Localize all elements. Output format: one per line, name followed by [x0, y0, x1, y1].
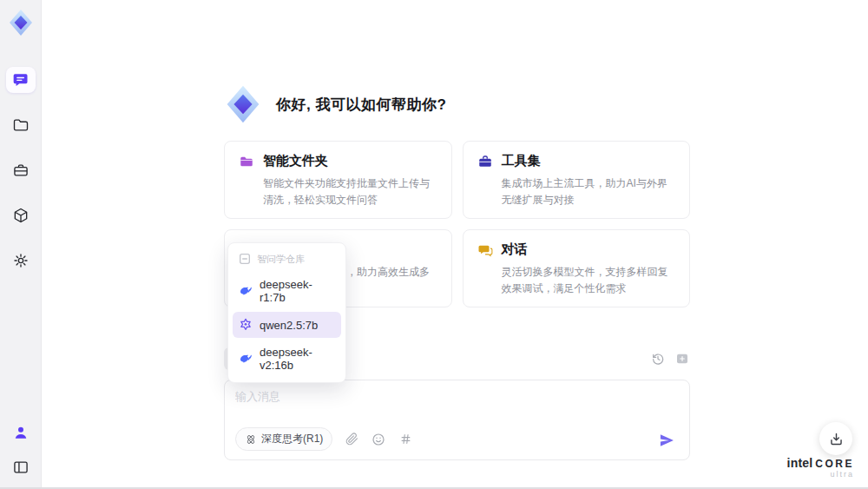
model-dropdown-header: 智问学仓库	[233, 248, 341, 270]
capture-button[interactable]	[674, 351, 690, 367]
attach-button[interactable]	[344, 432, 359, 447]
core-logo-text: CORE	[815, 459, 854, 469]
download-icon	[828, 431, 845, 447]
app-logo-icon	[6, 8, 36, 37]
history-button[interactable]	[650, 351, 666, 367]
card-dialogue[interactable]: 对话 灵活切换多模型文件，支持多样回复效果调试，满足个性化需求	[463, 229, 691, 307]
send-icon	[658, 432, 675, 449]
download-button[interactable]	[819, 422, 852, 455]
sidebar-bottom	[6, 420, 36, 480]
card-title: 对话	[502, 241, 528, 258]
repo-icon	[238, 252, 252, 266]
ultra-logo-text: ultra	[787, 471, 854, 479]
card-desc: 智能文件夹功能支持批量文件上传与清洗，轻松实现文件问答	[263, 175, 437, 208]
card-title: 智能文件夹	[263, 153, 328, 169]
sidebar-nav	[6, 67, 36, 274]
deep-think-toggle[interactable]: 深度思考(R1)	[235, 427, 332, 451]
card-title: 工具集	[502, 153, 541, 169]
account-icon	[12, 424, 30, 441]
greeting-title: 你好, 我可以如何帮助你?	[276, 95, 446, 115]
chat-actions	[650, 351, 690, 367]
folder-icon	[12, 116, 30, 134]
send-button[interactable]	[656, 430, 677, 451]
chat-icon	[12, 71, 30, 89]
history-icon	[651, 352, 665, 366]
model-option-qwen[interactable]: qwen2.5:7b	[233, 312, 341, 338]
hash-icon	[399, 433, 412, 446]
cube-icon	[12, 207, 30, 224]
model-option-label: qwen2.5:7b	[260, 319, 318, 332]
purple-folder-icon	[239, 154, 254, 169]
deep-think-label: 深度思考(R1)	[261, 432, 323, 446]
assistant-logo-icon	[222, 83, 264, 125]
qwen-icon	[239, 318, 253, 332]
chat-input-box: 深度思考(R1)	[224, 380, 690, 460]
gold-chat-icon	[477, 242, 493, 258]
model-option-label: deepseek-v2:16b	[260, 346, 335, 372]
emoji-button[interactable]	[371, 432, 386, 447]
card-smart-folder[interactable]: 智能文件夹 智能文件夹功能支持批量文件上传与清洗，轻松实现文件问答	[224, 141, 452, 219]
briefcase-icon	[12, 162, 30, 179]
intel-logo-text: intel	[787, 457, 813, 469]
sidebar-item-toolbox[interactable]	[6, 157, 36, 183]
sidebar-item-panel-toggle[interactable]	[6, 454, 36, 480]
app-window: 你好, 我可以如何帮助你? 智能文件夹 智能文件夹功能支持批量文件上传与清洗，轻…	[0, 0, 868, 489]
atom-icon	[245, 433, 257, 446]
message-input[interactable]	[235, 389, 617, 424]
panel-icon	[12, 459, 30, 476]
deepseek-icon	[239, 352, 253, 366]
model-option-deepseek-v2[interactable]: deepseek-v2:16b	[233, 340, 341, 378]
intel-core-ultra-badge: intel CORE ultra	[787, 457, 854, 479]
sidebar-item-folders[interactable]	[6, 112, 36, 138]
model-option-label: deepseek-r1:7b	[260, 278, 335, 304]
greeting: 你好, 我可以如何帮助你?	[222, 83, 446, 125]
sidebar-item-apps[interactable]	[6, 202, 36, 228]
input-toolbar: 深度思考(R1)	[235, 427, 413, 451]
sidebar-item-settings[interactable]	[6, 248, 36, 274]
card-desc: 集成市场上主流工具，助力AI与外界无缝扩展与对接	[502, 175, 676, 208]
emoji-icon	[372, 433, 385, 446]
capture-icon	[675, 352, 689, 366]
deepseek-icon	[239, 284, 253, 298]
gear-icon	[12, 252, 30, 269]
sidebar	[0, 0, 42, 489]
model-dropdown: 智问学仓库 deepseek-r1:7b qwen2.5:7b deepseek…	[227, 242, 346, 383]
model-option-deepseek-r1[interactable]: deepseek-r1:7b	[233, 272, 341, 310]
card-desc: 灵活切换多模型文件，支持多样回复效果调试，满足个性化需求	[502, 264, 676, 296]
model-repo-label: 智问学仓库	[257, 253, 305, 266]
sidebar-item-account[interactable]	[6, 420, 36, 446]
card-toolset[interactable]: 工具集 集成市场上主流工具，助力AI与外界无缝扩展与对接	[463, 141, 691, 219]
indigo-briefcase-icon	[477, 154, 493, 169]
sidebar-item-chat[interactable]	[6, 67, 36, 93]
paperclip-icon	[345, 433, 358, 446]
templates-button[interactable]	[398, 432, 413, 447]
